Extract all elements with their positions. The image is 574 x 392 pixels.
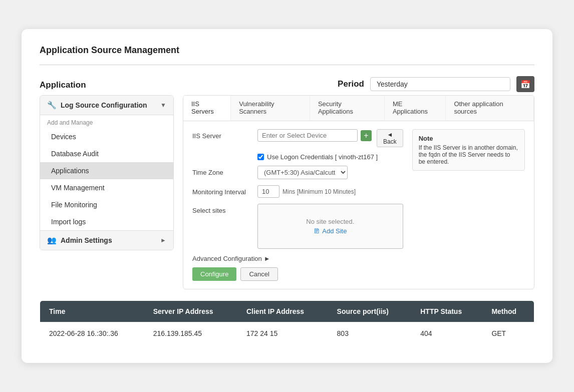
time-zone-select[interactable]: (GMT+5:30) Asia/Calcutta [257, 166, 348, 179]
sidebar-item-applications[interactable]: Applications [40, 162, 173, 179]
col-method: Method [482, 301, 534, 322]
title-divider [40, 65, 534, 65]
main-card: Application Source Management Applicatio… [22, 29, 552, 363]
admin-icon: 👥 [47, 236, 57, 245]
no-site-text: No site selected. [306, 218, 354, 225]
monitoring-interval-row: Monitoring Interval Mins [Minimum 10 Min… [192, 185, 403, 198]
col-source-port: Source port(iis) [328, 301, 412, 322]
select-sites-label: Select sites [192, 204, 252, 214]
period-section: Period 📅 [338, 76, 534, 92]
sites-box: No site selected. 🖹 Add Site [257, 204, 403, 249]
sidebar-item-vm-management[interactable]: VM Management [40, 179, 173, 196]
wrench-icon: 🔧 [47, 101, 57, 110]
cell-client-ip: 172 24 15 [237, 322, 328, 345]
add-site-label: Add Site [322, 227, 347, 235]
col-server-ip: Server IP Address [144, 301, 237, 322]
panel-body: IIS Server + ◄ Back Use Logon Credential… [183, 121, 534, 289]
cell-server-ip: 216.139.185.45 [144, 322, 237, 345]
advanced-config-arrow-icon: ► [264, 255, 270, 262]
time-zone-label: Time Zone [192, 166, 252, 176]
col-time: Time [40, 301, 144, 322]
sidebar-config-label: Log Source Configuration [61, 101, 147, 109]
iis-server-input[interactable] [257, 129, 358, 142]
calendar-icon: 📅 [520, 80, 530, 89]
monitoring-interval-label: Monitoring Interval [192, 185, 252, 196]
table-body: 2022-06-28 16.:30:.36 216.139.185.45 172… [40, 322, 534, 345]
monitoring-interval-hint: Mins [Minimum 10 Minutes] [282, 188, 356, 195]
page-title: Application Source Management [40, 45, 534, 56]
header-row: Application Period 📅 [40, 76, 534, 92]
cell-method: GET [482, 322, 534, 345]
note-text: If the IIS Server is in another domain, … [419, 144, 518, 165]
iis-server-label: IIS Server [192, 129, 252, 140]
note-box: Note If the IIS Server is in another dom… [412, 129, 525, 171]
app-section-label: Application [40, 78, 110, 90]
period-input[interactable] [370, 77, 510, 91]
tab-vulnerability-scanners[interactable]: Vulnerability Scanners [231, 96, 310, 121]
cancel-button[interactable]: Cancel [240, 267, 277, 281]
add-device-button[interactable]: + [361, 130, 372, 141]
advanced-config-label: Advanced Configuration [192, 255, 262, 262]
monitoring-interval-group: Mins [Minimum 10 Minutes] [257, 185, 403, 198]
table-row: 2022-06-28 16.:30:.36 216.139.185.45 172… [40, 322, 534, 345]
sites-box-container: No site selected. 🖹 Add Site [257, 204, 403, 249]
sidebar-footer-left: 👥 Admin Settings [47, 236, 112, 245]
tab-me-applications[interactable]: ME Applications [385, 96, 446, 121]
chevron-down-icon: ▼ [160, 102, 166, 109]
col-client-ip: Client IP Address [237, 301, 328, 322]
tabs-bar: IIS Servers Vulnerability Scanners Secur… [183, 96, 534, 121]
cell-source-port: 803 [328, 322, 412, 345]
chevron-right-icon: ► [160, 237, 166, 244]
col-http-status: HTTP Status [411, 301, 482, 322]
sidebar-item-import-logs[interactable]: Import logs [40, 213, 173, 230]
sidebar-item-devices[interactable]: Devices [40, 128, 173, 145]
action-row: Configure Cancel [192, 267, 403, 281]
cell-http-status: 404 [411, 322, 482, 345]
calendar-button[interactable]: 📅 [516, 76, 534, 92]
time-zone-control-group: (GMT+5:30) Asia/Calcutta [257, 166, 403, 179]
use-logon-checkbox[interactable] [257, 154, 264, 160]
table-header-row: Time Server IP Address Client IP Address… [40, 301, 534, 322]
panel-left: IIS Server + ◄ Back Use Logon Credential… [192, 129, 403, 281]
time-zone-row: Time Zone (GMT+5:30) Asia/Calcutta [192, 166, 403, 179]
tab-iis-servers[interactable]: IIS Servers [183, 96, 231, 121]
iis-server-control-group: + [257, 129, 372, 142]
sidebar-header-left: 🔧 Log Source Configuration [47, 101, 147, 110]
advanced-config-row[interactable]: Advanced Configuration ► [192, 255, 403, 262]
panel-right: Note If the IIS Server is in another dom… [412, 129, 525, 281]
right-panel: IIS Servers Vulnerability Scanners Secur… [183, 95, 534, 289]
back-button[interactable]: ◄ Back [377, 129, 403, 147]
use-logon-row: Use Logon Credentials [ vinoth-zt167 ] [257, 153, 403, 161]
sidebar-item-database-audit[interactable]: Database Audit [40, 145, 173, 162]
iis-server-row: IIS Server + ◄ Back [192, 129, 403, 147]
sidebar-item-file-monitoring[interactable]: File Monitoring [40, 196, 173, 213]
tab-security-applications[interactable]: Security Applications [310, 96, 385, 121]
main-content: 🔧 Log Source Configuration ▼ Add and Man… [40, 95, 534, 289]
table-header: Time Server IP Address Client IP Address… [40, 301, 534, 322]
sidebar: 🔧 Log Source Configuration ▼ Add and Man… [40, 95, 174, 250]
select-sites-row: Select sites No site selected. 🖹 Add Sit… [192, 204, 403, 249]
sidebar-header[interactable]: 🔧 Log Source Configuration ▼ [40, 96, 173, 115]
data-table: Time Server IP Address Client IP Address… [40, 300, 534, 345]
tab-other-application-sources[interactable]: Other application sources [446, 96, 534, 121]
note-title: Note [419, 135, 518, 142]
add-site-icon: 🖹 [314, 227, 320, 235]
period-label: Period [338, 79, 364, 89]
configure-button[interactable]: Configure [192, 267, 236, 281]
use-logon-label: Use Logon Credentials [ vinoth-zt167 ] [267, 153, 378, 161]
add-site-link[interactable]: 🖹 Add Site [314, 227, 347, 235]
sidebar-section-label: Add and Manage [40, 115, 173, 128]
cell-time: 2022-06-28 16.:30:.36 [40, 322, 144, 345]
admin-label: Admin Settings [61, 236, 112, 244]
sidebar-admin-settings[interactable]: 👥 Admin Settings ► [40, 230, 173, 250]
monitoring-interval-input[interactable] [257, 185, 279, 198]
